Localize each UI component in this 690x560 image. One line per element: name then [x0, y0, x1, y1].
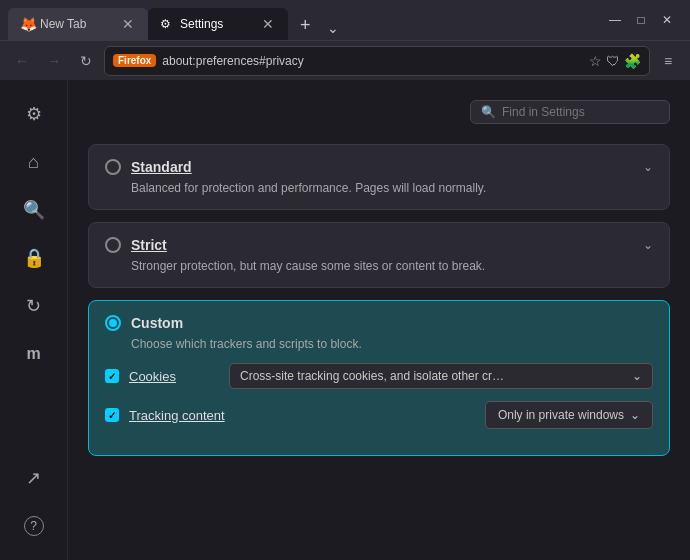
firefox-label: Firefox	[113, 54, 156, 67]
sidebar-item-sync[interactable]: ↻	[12, 284, 56, 328]
sidebar-item-help[interactable]: ?	[12, 504, 56, 548]
only-private-windows-button[interactable]: Only in private windows ⌄	[485, 401, 653, 429]
strict-option-card[interactable]: Strict ⌄ Stronger protection, but may ca…	[88, 222, 670, 288]
cookies-row: Cookies Cross-site tracking cookies, and…	[105, 363, 653, 389]
private-dropdown-arrow: ⌄	[630, 408, 640, 422]
find-in-settings-wrap[interactable]: 🔍	[470, 100, 670, 124]
strict-option-left: Strict	[105, 237, 167, 253]
tab-settings-label: Settings	[180, 17, 223, 31]
toolbar-icons: ≡	[654, 47, 682, 75]
settings-icon: ⚙	[26, 103, 42, 125]
menu-button[interactable]: ≡	[654, 47, 682, 75]
firefox-icon: 🦊	[20, 17, 34, 31]
only-private-text: Only in private windows	[498, 408, 624, 422]
address-bar-icons: ☆ 🛡 🧩	[589, 53, 641, 69]
strict-radio[interactable]	[105, 237, 121, 253]
standard-option-left: Standard	[105, 159, 192, 175]
close-button[interactable]: ✕	[660, 13, 674, 27]
cookies-label: Cookies	[129, 369, 219, 384]
tab-newtab[interactable]: 🦊 New Tab ✕	[8, 8, 148, 40]
tracking-checkbox[interactable]	[105, 408, 119, 422]
standard-option-header: Standard ⌄	[105, 159, 653, 175]
standard-desc: Balanced for protection and performance.…	[131, 181, 653, 195]
home-icon: ⌂	[28, 152, 39, 173]
tab-overflow-button[interactable]: ⌄	[319, 16, 347, 40]
settings-search-bar: 🔍	[88, 100, 670, 124]
find-settings-input[interactable]	[502, 105, 659, 119]
custom-section: Cookies Cross-site tracking cookies, and…	[105, 363, 653, 429]
monitor-icon: m	[26, 345, 40, 363]
minimize-button[interactable]: —	[608, 13, 622, 27]
help-icon: ?	[24, 516, 44, 536]
strict-title: Strict	[131, 237, 167, 253]
tracking-row: Tracking content Only in private windows…	[105, 401, 653, 429]
tab-newtab-label: New Tab	[40, 17, 86, 31]
url-display: about:preferences#privacy	[162, 54, 583, 68]
forward-button[interactable]: →	[40, 47, 68, 75]
strict-option-header: Strict ⌄	[105, 237, 653, 253]
standard-option-card[interactable]: Standard ⌄ Balanced for protection and p…	[88, 144, 670, 210]
title-bar: 🦊 New Tab ✕ ⚙ Settings ✕ + ⌄ — □ ✕	[0, 0, 690, 40]
lock-icon: 🔒	[23, 247, 45, 269]
maximize-button[interactable]: □	[634, 13, 648, 27]
find-settings-icon: 🔍	[481, 105, 496, 119]
standard-title: Standard	[131, 159, 192, 175]
search-icon: 🔍	[23, 199, 45, 221]
tracking-label: Tracking content	[129, 408, 225, 423]
sidebar-item-search[interactable]: 🔍	[12, 188, 56, 232]
custom-desc: Choose which trackers and scripts to blo…	[131, 337, 653, 351]
sidebar-item-extensions[interactable]: ↗	[12, 456, 56, 500]
custom-radio[interactable]	[105, 315, 121, 331]
sidebar-item-monitor[interactable]: m	[12, 332, 56, 376]
new-tab-button[interactable]: +	[292, 11, 319, 40]
sidebar-item-settings[interactable]: ⚙	[12, 92, 56, 136]
content-area: 🔍 Standard ⌄ Balanced for protection and…	[68, 80, 690, 560]
custom-option-left: Custom	[105, 315, 183, 331]
standard-radio[interactable]	[105, 159, 121, 175]
window-controls: — □ ✕	[608, 13, 682, 27]
custom-title: Custom	[131, 315, 183, 331]
extensions2-icon: ↗	[26, 467, 41, 489]
tab-bar: 🦊 New Tab ✕ ⚙ Settings ✕ + ⌄	[8, 0, 347, 40]
cookies-underline: C	[129, 369, 138, 384]
strict-desc: Stronger protection, but may cause some …	[131, 259, 653, 273]
main-container: ⚙ ⌂ 🔍 🔒 ↻ m ↗ ? 🔍	[0, 80, 690, 560]
navigation-bar: ← → ↻ Firefox about:preferences#privacy …	[0, 40, 690, 80]
sidebar: ⚙ ⌂ 🔍 🔒 ↻ m ↗ ?	[0, 80, 68, 560]
cookies-dropdown-arrow: ⌄	[632, 369, 642, 383]
refresh-button[interactable]: ↻	[72, 47, 100, 75]
cookies-checkbox[interactable]	[105, 369, 119, 383]
tab-settings-close[interactable]: ✕	[260, 16, 276, 32]
cookies-dropdown-text: Cross-site tracking cookies, and isolate…	[240, 369, 510, 383]
settings-tab-icon: ⚙	[160, 17, 174, 31]
bookmark-icon[interactable]: ☆	[589, 53, 602, 69]
sidebar-item-home[interactable]: ⌂	[12, 140, 56, 184]
tab-settings[interactable]: ⚙ Settings ✕	[148, 8, 288, 40]
address-bar[interactable]: Firefox about:preferences#privacy ☆ 🛡 🧩	[104, 46, 650, 76]
custom-option-header: Custom	[105, 315, 653, 331]
sidebar-item-privacy[interactable]: 🔒	[12, 236, 56, 280]
back-button[interactable]: ←	[8, 47, 36, 75]
standard-chevron: ⌄	[643, 160, 653, 174]
strict-chevron: ⌄	[643, 238, 653, 252]
custom-option-card[interactable]: Custom Choose which trackers and scripts…	[88, 300, 670, 456]
shield-icon[interactable]: 🛡	[606, 53, 620, 69]
tab-newtab-close[interactable]: ✕	[120, 16, 136, 32]
sync-icon: ↻	[26, 295, 41, 317]
extensions-icon[interactable]: 🧩	[624, 53, 641, 69]
cookies-dropdown[interactable]: Cross-site tracking cookies, and isolate…	[229, 363, 653, 389]
